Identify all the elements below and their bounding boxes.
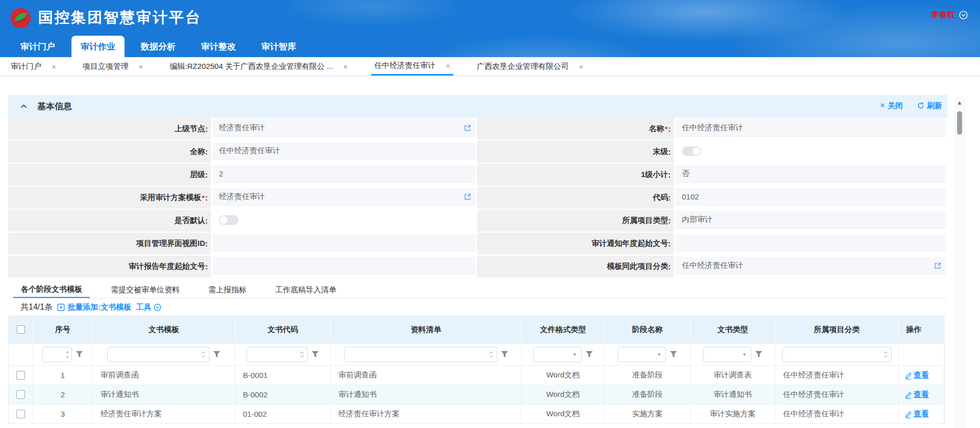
field-label-code: 代码: <box>477 187 674 210</box>
spinner-up-icon[interactable]: ▲ <box>65 349 69 355</box>
edit-pencil-icon[interactable] <box>905 410 912 418</box>
refresh-page-button[interactable]: 刷新 <box>917 101 942 111</box>
batch-add-button[interactable]: 批量添加:文书模板 <box>57 303 131 312</box>
tools-dropdown-button[interactable]: 工具 <box>136 303 161 312</box>
user-chevron-down-icon[interactable] <box>959 11 968 19</box>
code-filter-combobox[interactable] <box>247 347 308 362</box>
app-header: 国控集团智慧审计平台 李春红 审计门户 审计作业 数据分析 审计整改 审计智库 <box>0 0 980 57</box>
combo-chevrons-icon[interactable] <box>884 351 888 358</box>
filter-funnel-icon[interactable] <box>76 350 83 358</box>
doc-type-filter-select[interactable]: ▼ <box>703 347 751 362</box>
format-filter-select[interactable]: ▼ <box>533 347 582 362</box>
field-code[interactable]: 0102 <box>674 187 947 210</box>
basic-info-form: 上级节点: 经济责任审计 名称*: 任中经济责任审计 全称: 任中经济责任审 <box>8 118 947 279</box>
nav-item-audit-library[interactable]: 审计智库 <box>252 36 305 57</box>
stage-filter-select[interactable]: ▼ <box>618 347 666 362</box>
col-header-doc-type: 文书类型 <box>691 316 775 343</box>
detail-tab-report-indicators[interactable]: 需上报指标 <box>201 282 254 298</box>
spinner-down-icon[interactable]: ▼ <box>65 355 69 360</box>
field-parent-node[interactable]: 经济责任审计 <box>211 118 477 141</box>
list-filter-combobox[interactable] <box>344 347 497 362</box>
combo-chevrons-icon[interactable] <box>201 351 206 358</box>
field-template-category[interactable]: 任中经济责任审计 <box>674 256 947 279</box>
select-arrow-icon[interactable]: ▼ <box>573 352 577 357</box>
field-audit-plan-template[interactable]: 经济责任审计 <box>211 187 477 210</box>
detail-tab-stage-doc-templates[interactable]: 各个阶段文书模板 <box>13 282 90 298</box>
table-row[interactable]: 2 审计通知书 B-0002 审计通知书 Word文档 准备阶段 审计通知书 任… <box>9 385 944 405</box>
select-arrow-icon[interactable]: ▼ <box>742 352 747 357</box>
tab-project-setup[interactable]: 项目立项管理 × <box>80 57 146 75</box>
tab-close-icon[interactable]: × <box>579 62 583 71</box>
field-label-parent-node: 上级节点: <box>8 118 211 141</box>
tab-guangxi-company[interactable]: 广西农垦企业管理有限公司 × <box>474 57 586 75</box>
field-name[interactable]: 任中经济责任审计 <box>674 118 947 141</box>
tab-midterm-audit[interactable]: 任中经济责任审计 × <box>371 57 453 75</box>
field-label-leaf: 末级: <box>477 141 674 164</box>
field-level[interactable]: 2 <box>211 164 477 187</box>
field-leaf <box>674 141 947 164</box>
table-row[interactable]: 3 经济责任审计方案 01-002 经济责任审计方案 Word文档 实施方案 审… <box>9 405 944 424</box>
collapse-chevron-up-icon[interactable] <box>20 104 27 109</box>
leaf-toggle[interactable] <box>682 146 701 156</box>
external-link-icon[interactable] <box>463 124 472 132</box>
external-link-icon[interactable] <box>463 193 472 201</box>
basic-info-header[interactable]: 基本信息 <box>8 95 947 118</box>
tab-audit-portal[interactable]: 审计门户 × <box>8 57 59 75</box>
filter-funnel-icon[interactable] <box>585 350 593 358</box>
tab-close-icon[interactable]: × <box>446 61 450 70</box>
nav-item-data-analysis[interactable]: 数据分析 <box>132 36 185 57</box>
tab-close-icon[interactable]: × <box>52 62 56 71</box>
tab-edit-rz202504[interactable]: 编辑:RZ202504 关于广西农垦企业管理有限公 ... × <box>167 57 351 75</box>
category-filter-combobox[interactable] <box>782 347 892 362</box>
filter-funnel-icon[interactable] <box>213 350 220 358</box>
detail-tab-workpaper-import[interactable]: 工作底稿导入清单 <box>267 282 344 298</box>
combo-chevrons-icon[interactable] <box>489 351 494 358</box>
nav-item-audit-rectify[interactable]: 审计整改 <box>192 36 245 57</box>
field-report-start-no[interactable] <box>211 256 477 279</box>
detail-tab-auditee-materials[interactable]: 需提交被审单位资料 <box>103 282 187 298</box>
filter-funnel-icon[interactable] <box>670 350 677 358</box>
filter-funnel-icon[interactable] <box>501 350 508 358</box>
main-nav: 审计门户 审计作业 数据分析 审计整改 审计智库 <box>0 36 980 57</box>
record-count: 共14/1条 <box>20 302 53 313</box>
scroll-up-icon[interactable]: ▲ <box>955 99 964 106</box>
edit-pencil-icon[interactable] <box>905 371 912 380</box>
tab-close-icon[interactable]: × <box>139 62 143 71</box>
edit-pencil-icon[interactable] <box>905 391 912 399</box>
row-checkbox[interactable] <box>16 410 25 418</box>
seq-filter-input[interactable]: ▲▼ <box>42 347 72 362</box>
template-filter-combobox[interactable] <box>107 347 209 362</box>
view-link[interactable]: 查看 <box>914 390 929 399</box>
nav-item-audit-work[interactable]: 审计作业 <box>71 36 125 57</box>
field-level1-subtotal[interactable]: 否 <box>674 164 947 187</box>
user-name[interactable]: 李春红 <box>931 10 955 20</box>
tab-close-icon[interactable]: × <box>344 62 348 71</box>
select-arrow-icon[interactable]: ▼ <box>657 352 662 357</box>
table-row[interactable]: 1 审前调查函 B-0001 审前调查函 Word文档 准备阶段 审计调查表 任… <box>9 366 944 385</box>
field-notice-start-no[interactable] <box>674 233 947 256</box>
external-link-icon[interactable] <box>934 262 942 270</box>
field-full-name[interactable]: 任中经济责任审计 <box>211 141 477 164</box>
field-label-level1-subtotal: 1级小计: <box>477 164 674 187</box>
row-checkbox[interactable] <box>16 390 25 399</box>
field-project-type[interactable]: 内部审计 <box>674 210 947 233</box>
document-template-table: 序号 文书模板 文书代码 资料清单 文件格式类型 阶段名称 文书类型 所属项目分… <box>8 316 945 424</box>
row-checkbox[interactable] <box>16 371 25 380</box>
filter-funnel-icon[interactable] <box>755 350 763 358</box>
col-header-list: 资料清单 <box>331 316 522 343</box>
filter-funnel-icon[interactable] <box>311 350 319 358</box>
field-label-audit-plan-template: 采用审计方案模板*: <box>8 187 211 210</box>
combo-chevrons-icon[interactable] <box>300 351 304 358</box>
user-menu[interactable]: 李春红 <box>931 10 968 20</box>
close-page-button[interactable]: × 关闭 <box>880 100 903 111</box>
scrollbar-thumb[interactable] <box>957 111 962 135</box>
select-all-checkbox[interactable] <box>17 325 25 334</box>
vertical-scrollbar[interactable]: ▲ ▼ <box>955 97 964 428</box>
view-link[interactable]: 查看 <box>914 370 929 380</box>
field-view-id[interactable] <box>211 233 477 256</box>
default-toggle[interactable] <box>219 215 238 225</box>
view-link[interactable]: 查看 <box>914 409 929 419</box>
field-label-name: 名称*: <box>477 118 674 141</box>
nav-item-audit-portal[interactable]: 审计门户 <box>11 36 64 57</box>
col-header-code: 文书代码 <box>235 316 331 343</box>
